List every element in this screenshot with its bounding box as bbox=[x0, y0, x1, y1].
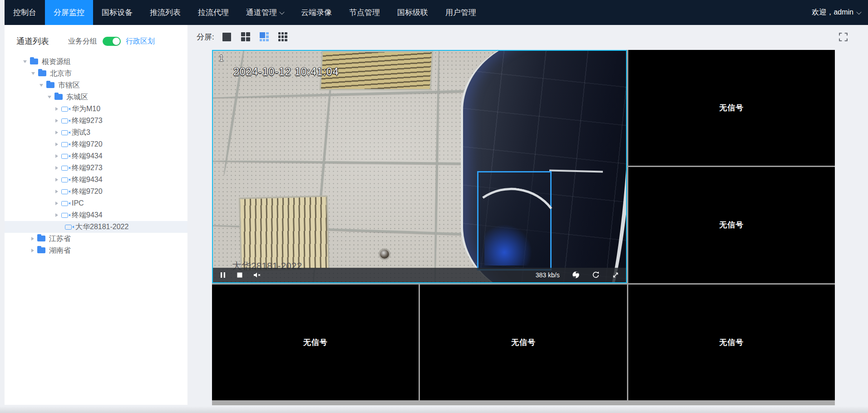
camera-icon bbox=[61, 154, 68, 159]
camera-icon bbox=[61, 130, 68, 135]
tree-node-label: 测试3 bbox=[72, 128, 90, 138]
nav-item-cloud-record[interactable]: 云端录像 bbox=[292, 0, 340, 25]
camera-icon bbox=[61, 118, 68, 123]
camera-video-frame bbox=[213, 51, 626, 282]
split-6-icon-active[interactable] bbox=[259, 31, 270, 42]
caret-right-icon[interactable] bbox=[55, 178, 58, 182]
aperture-icon[interactable] bbox=[572, 271, 580, 279]
channel-sidebar: 通道列表 业务分组 行政区划 根资源组 北京市 市辖区 bbox=[5, 25, 187, 405]
osd-timestamp: 2024-10-12 10:41:04 bbox=[233, 66, 339, 78]
caret-down-icon[interactable] bbox=[23, 60, 27, 63]
monitor-screen-reflection bbox=[477, 171, 552, 270]
reflection-arc bbox=[574, 50, 627, 283]
tree-node-label: 终端9434 bbox=[72, 211, 103, 220]
tree-node-camera[interactable]: 测试3 bbox=[5, 127, 187, 138]
video-grid-area: 1 2024-10-12 10:41:04 大华28181-2022 383 k… bbox=[212, 50, 835, 405]
nav-item-user-mgmt[interactable]: 用户管理 bbox=[437, 0, 485, 25]
video-grid: 1 2024-10-12 10:41:04 大华28181-2022 383 k… bbox=[212, 50, 835, 400]
no-signal-label: 无信号 bbox=[719, 220, 744, 230]
sprinkler-head bbox=[380, 250, 389, 259]
tree-node-district-group[interactable]: 市辖区 bbox=[5, 79, 187, 91]
camera-icon bbox=[61, 107, 68, 112]
tree-node-label: 市辖区 bbox=[58, 81, 80, 90]
camera-icon bbox=[61, 201, 68, 206]
video-cell-empty[interactable]: 无信号 bbox=[628, 167, 835, 283]
caret-right-icon[interactable] bbox=[55, 107, 58, 111]
nav-item-console[interactable]: 控制台 bbox=[5, 0, 45, 25]
tree-node-label: 根资源组 bbox=[42, 57, 71, 67]
expand-icon[interactable] bbox=[612, 271, 619, 279]
tree-node-camera[interactable]: 终端9434 bbox=[5, 150, 187, 162]
folder-icon bbox=[38, 70, 46, 76]
caret-right-icon[interactable] bbox=[55, 143, 58, 146]
tree-node-camera[interactable]: 终端9720 bbox=[5, 186, 187, 197]
folder-icon bbox=[37, 247, 45, 253]
mute-icon[interactable] bbox=[253, 272, 261, 278]
welcome-text: 欢迎，admin bbox=[812, 8, 853, 17]
pause-icon[interactable] bbox=[220, 272, 226, 278]
tree-node-camera[interactable]: 终端9434 bbox=[5, 209, 187, 221]
video-cell-empty[interactable]: 无信号 bbox=[628, 50, 835, 166]
video-cell-empty[interactable]: 无信号 bbox=[628, 285, 835, 400]
no-signal-label: 无信号 bbox=[511, 337, 536, 348]
fullscreen-icon[interactable] bbox=[838, 32, 848, 42]
nav-item-split-monitor[interactable]: 分屏监控 bbox=[45, 0, 93, 25]
caret-down-icon[interactable] bbox=[31, 72, 35, 75]
tree-node-camera[interactable]: IPC bbox=[5, 197, 187, 209]
folder-icon bbox=[46, 82, 54, 88]
tree-node-camera[interactable]: 终端9434 bbox=[5, 174, 187, 186]
bitrate-label: 383 kb/s bbox=[536, 271, 560, 279]
caret-right-icon[interactable] bbox=[31, 249, 34, 252]
nav-item-gb-devices[interactable]: 国标设备 bbox=[93, 0, 141, 25]
nav-item-channel-mgmt[interactable]: 通道管理 bbox=[237, 0, 292, 25]
tree-node-jiangsu[interactable]: 江苏省 bbox=[5, 233, 187, 245]
camera-icon bbox=[61, 166, 68, 171]
caret-right-icon[interactable] bbox=[55, 190, 58, 193]
nav-item-node-mgmt[interactable]: 节点管理 bbox=[340, 0, 389, 25]
nav-item-pull-proxy[interactable]: 拉流代理 bbox=[189, 0, 237, 25]
video-cell-empty[interactable]: 无信号 bbox=[212, 285, 419, 400]
caret-down-icon[interactable] bbox=[48, 96, 51, 98]
nav-spacer bbox=[485, 0, 812, 25]
nav-item-push-list[interactable]: 推流列表 bbox=[141, 0, 189, 25]
grid-horizontal-scrollbar[interactable] bbox=[212, 400, 835, 405]
caret-right-icon[interactable] bbox=[55, 213, 58, 217]
chevron-down-icon bbox=[279, 9, 284, 14]
tree-node-label: IPC bbox=[72, 199, 84, 207]
tree-node-label: 终端9273 bbox=[72, 163, 103, 173]
caret-right-icon[interactable] bbox=[55, 131, 58, 134]
tree-node-camera-selected[interactable]: 大华28181-2022 bbox=[5, 221, 187, 233]
stop-icon[interactable] bbox=[237, 272, 243, 278]
split-9-icon[interactable] bbox=[277, 31, 288, 42]
admin-region-option[interactable]: 行政区划 bbox=[126, 37, 155, 46]
caret-right-icon[interactable] bbox=[31, 237, 34, 241]
group-mode-toggle[interactable] bbox=[103, 37, 121, 46]
tree-node-beijing[interactable]: 北京市 bbox=[5, 68, 187, 79]
user-menu[interactable]: 欢迎，admin bbox=[812, 0, 868, 25]
caret-down-icon[interactable] bbox=[39, 84, 43, 87]
caret-right-icon[interactable] bbox=[55, 119, 58, 123]
caret-right-icon[interactable] bbox=[55, 166, 58, 170]
page-bottom-edge bbox=[0, 406, 868, 413]
tree-node-camera[interactable]: 终端9273 bbox=[5, 115, 187, 127]
tree-node-hunan[interactable]: 湖南省 bbox=[5, 245, 187, 256]
tree-node-camera[interactable]: 华为M10 bbox=[5, 103, 187, 115]
caret-right-icon[interactable] bbox=[55, 154, 58, 158]
tree-node-camera[interactable]: 终端9273 bbox=[5, 162, 187, 174]
tree-node-root[interactable]: 根资源组 bbox=[5, 56, 187, 68]
video-cell-live[interactable]: 1 2024-10-12 10:41:04 大华28181-2022 383 k… bbox=[212, 50, 627, 283]
video-cell-empty[interactable]: 无信号 bbox=[420, 285, 626, 400]
tree-node-dongcheng[interactable]: 东城区 bbox=[5, 91, 187, 103]
camera-icon bbox=[61, 189, 68, 194]
nav-item-gb-cascade[interactable]: 国标级联 bbox=[389, 0, 437, 25]
split-1-icon[interactable] bbox=[222, 31, 232, 42]
split-4-icon[interactable] bbox=[240, 31, 251, 42]
tree-node-label: 终端9273 bbox=[72, 116, 103, 126]
tree-node-camera[interactable]: 终端9720 bbox=[5, 138, 187, 150]
caret-right-icon[interactable] bbox=[55, 202, 58, 205]
folder-icon bbox=[37, 236, 45, 241]
business-group-label: 业务分组 bbox=[68, 37, 97, 46]
cell-index-label: 1 bbox=[219, 53, 224, 64]
refresh-icon[interactable] bbox=[592, 271, 600, 279]
tree-node-label: 江苏省 bbox=[49, 234, 71, 244]
